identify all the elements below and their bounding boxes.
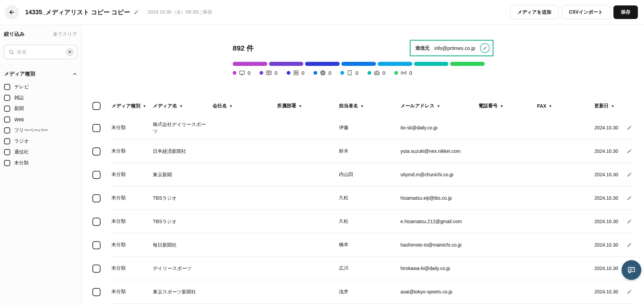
column-header-updated[interactable]: 更新日▼ bbox=[594, 103, 627, 109]
row-checkbox[interactable] bbox=[92, 194, 101, 202]
table-row: 未分類 デイリースポーツ 広川 hirokawa-ki@daily.co.jp … bbox=[92, 257, 635, 280]
table-body: 未分類 株式会社デイリースポーツ 伊藤 ito-sk@daily.co.jp 2… bbox=[92, 116, 635, 304]
select-all-checkbox[interactable] bbox=[92, 102, 101, 110]
cell-actions bbox=[627, 210, 635, 233]
filter-item-freepaper[interactable]: フリーペーパー bbox=[4, 127, 77, 133]
sort-icon: ▼ bbox=[229, 104, 233, 108]
edit-row-button[interactable] bbox=[627, 125, 635, 130]
legend-count: 0 bbox=[328, 70, 331, 76]
magazine-icon bbox=[266, 70, 272, 76]
close-icon: ✕ bbox=[68, 50, 71, 54]
cell-phone bbox=[479, 163, 537, 186]
cell-actions bbox=[627, 163, 635, 186]
column-header-email[interactable]: メールアドレス▼ bbox=[400, 103, 479, 109]
search-icon bbox=[8, 49, 14, 55]
freepaper-icon bbox=[346, 70, 353, 76]
csv-import-button[interactable]: CSVインポート bbox=[562, 5, 610, 19]
table-row: 未分類 日本経済新聞社 鈴木 yuta.suzuki@nex.nikkei.co… bbox=[92, 140, 635, 163]
sort-icon: ▼ bbox=[360, 104, 364, 108]
cell-fax bbox=[537, 140, 594, 163]
column-header-fax[interactable]: FAX▼ bbox=[537, 103, 594, 109]
row-checkbox-cell bbox=[92, 280, 111, 304]
add-media-button[interactable]: メディアを追加 bbox=[510, 5, 558, 19]
edit-title-icon[interactable] bbox=[133, 10, 139, 15]
legend-item-tv: 0 bbox=[233, 70, 250, 76]
cell-department bbox=[277, 257, 339, 280]
column-header-department[interactable]: 所属部署▼ bbox=[277, 103, 339, 109]
row-checkbox[interactable] bbox=[92, 171, 101, 179]
cell-media-name: 日本経済新聞社 bbox=[153, 140, 213, 163]
media-type-section-header[interactable]: メディア種別 bbox=[4, 71, 77, 77]
legend-item-web: 0 bbox=[314, 70, 331, 76]
edit-row-button[interactable] bbox=[627, 219, 635, 224]
newspaper-icon bbox=[293, 70, 299, 76]
cell-updated: 2024.10.30 bbox=[594, 140, 627, 163]
row-checkbox[interactable] bbox=[92, 147, 101, 156]
clear-all-button[interactable]: 全てクリア bbox=[53, 31, 77, 37]
cell-fax bbox=[537, 116, 594, 140]
checkbox bbox=[4, 106, 10, 112]
cell-department bbox=[277, 116, 339, 140]
cell-phone bbox=[479, 116, 537, 140]
table-row: 未分類 東京新聞 内山田 utiymd.m@chunichi.co.jp 202… bbox=[92, 163, 635, 186]
edit-row-button[interactable] bbox=[627, 172, 635, 177]
save-button[interactable]: 保存 bbox=[613, 5, 638, 19]
sort-icon: ▼ bbox=[143, 104, 146, 108]
sort-icon: ▼ bbox=[549, 104, 552, 108]
cell-updated: 2024.10.30 bbox=[594, 163, 627, 186]
cell-contact: 広川 bbox=[339, 257, 400, 280]
row-checkbox[interactable] bbox=[92, 241, 101, 249]
row-checkbox[interactable] bbox=[92, 124, 101, 132]
sender-label: 送信元 bbox=[415, 45, 430, 51]
row-checkbox[interactable] bbox=[92, 288, 101, 296]
back-button[interactable] bbox=[5, 5, 19, 19]
cell-fax bbox=[537, 210, 594, 233]
edit-sender-button[interactable] bbox=[480, 43, 490, 53]
cell-email: hirokawa-ki@daily.co.jp bbox=[400, 257, 479, 280]
filter-item-web[interactable]: Web bbox=[4, 116, 77, 123]
legend-dot bbox=[340, 71, 344, 75]
summary-section: 892 件 送信元 info@prtimes.co.jp bbox=[233, 40, 494, 76]
filter-item-radio[interactable]: ラジオ bbox=[4, 138, 77, 144]
edit-row-button[interactable] bbox=[627, 289, 635, 294]
legend-count: 0 bbox=[382, 70, 385, 76]
row-checkbox[interactable] bbox=[92, 265, 101, 273]
column-header-media-name[interactable]: メディア名▼ bbox=[153, 103, 213, 109]
search-input[interactable] bbox=[17, 49, 63, 55]
cell-contact: 内山田 bbox=[339, 163, 400, 186]
filter-item-newspaper[interactable]: 新聞 bbox=[4, 106, 77, 112]
edit-row-button[interactable] bbox=[627, 195, 635, 201]
filter-label: フリーペーパー bbox=[14, 127, 48, 133]
row-checkbox[interactable] bbox=[92, 218, 101, 226]
cell-phone bbox=[479, 257, 537, 280]
main-panel: 892 件 送信元 info@prtimes.co.jp bbox=[82, 25, 644, 306]
cell-company bbox=[213, 186, 277, 210]
search-box[interactable]: ✕ bbox=[4, 45, 77, 59]
row-checkbox-cell bbox=[92, 163, 111, 186]
topbar-actions: メディアを追加 CSVインポート 保存 bbox=[510, 5, 638, 19]
filter-item-magazine[interactable]: 雑誌 bbox=[4, 95, 77, 101]
header-checkbox-cell bbox=[92, 102, 111, 110]
column-header-phone[interactable]: 電話番号▼ bbox=[479, 103, 537, 109]
bar-segment-wire bbox=[450, 62, 485, 66]
chat-fab-button[interactable] bbox=[622, 260, 641, 280]
sender-email: info@prtimes.co.jp bbox=[434, 46, 475, 51]
filter-item-wire[interactable]: 通信社 bbox=[4, 149, 77, 155]
pencil-icon bbox=[627, 289, 632, 294]
cell-email: ito-sk@daily.co.jp bbox=[400, 116, 479, 140]
filter-item-uncategorized[interactable]: 未分類 bbox=[4, 160, 77, 166]
sender-box: 送信元 info@prtimes.co.jp bbox=[410, 40, 494, 56]
column-header-contact[interactable]: 担当者名▼ bbox=[339, 103, 400, 109]
pencil-icon bbox=[627, 172, 632, 177]
pencil-icon bbox=[627, 125, 632, 130]
search-clear-button[interactable]: ✕ bbox=[66, 48, 74, 56]
column-header-company[interactable]: 会社名▼ bbox=[213, 103, 277, 109]
edit-row-button[interactable] bbox=[627, 148, 635, 154]
cell-media-name: デイリースポーツ bbox=[153, 257, 213, 280]
cell-phone bbox=[479, 140, 537, 163]
edit-row-button[interactable] bbox=[627, 242, 635, 248]
content-area: 絞り込み 全てクリア ✕ メディア種別 テレビ 雑誌 新聞 Web フリーペーパ… bbox=[0, 25, 644, 306]
legend-item-wire: 0 bbox=[394, 70, 412, 76]
column-header-media-type[interactable]: メディア種別▼ bbox=[111, 103, 153, 109]
filter-item-tv[interactable]: テレビ bbox=[4, 84, 77, 90]
